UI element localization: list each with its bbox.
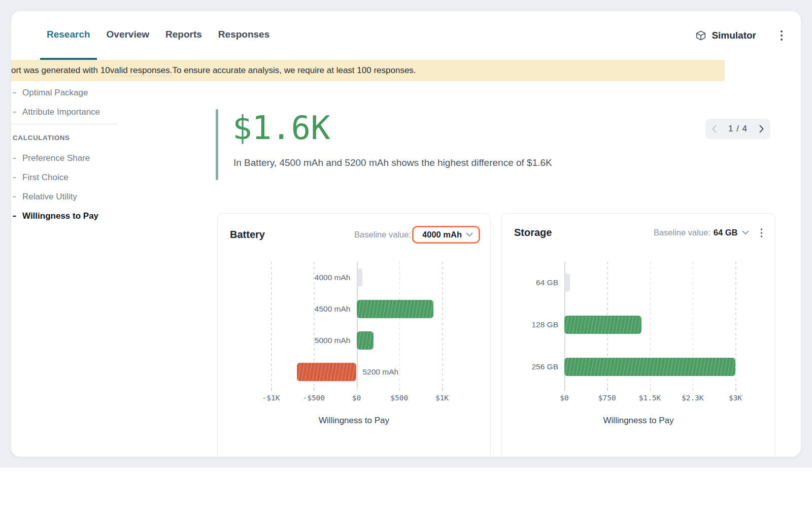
page-background: Research Overview Reports Responses Simu…	[0, 0, 812, 468]
category-label: 64 GB	[536, 278, 558, 288]
sidebar-item-label: First Choice	[22, 173, 69, 183]
cube-icon	[695, 30, 706, 41]
chevron-down-icon	[742, 230, 749, 235]
simulator-button[interactable]: Simulator	[695, 30, 756, 41]
dash-bullet-icon	[13, 112, 16, 113]
axis-tick-mark	[564, 388, 565, 391]
dash-bullet-icon	[13, 196, 16, 198]
page-indicator: 1 / 4	[728, 124, 748, 134]
baseline-control: Baseline value: 64 GB	[654, 226, 765, 240]
category-label: 4000 mAh	[315, 272, 351, 283]
category-label: 256 GB	[531, 362, 558, 372]
dash-bullet-icon	[13, 216, 16, 217]
axis-tick-mark	[442, 388, 443, 391]
overflow-menu-button[interactable]	[777, 27, 786, 44]
axis-tick-mark	[735, 388, 736, 391]
x-axis-label: Willingness to Pay	[502, 416, 775, 426]
banner-text-suffix: To ensure accurate analysis, we require …	[173, 65, 416, 76]
baseline-value: 4000 mAh	[422, 230, 462, 240]
bar-4000-mah	[357, 268, 362, 287]
gridline	[271, 262, 272, 388]
chart-title: Storage	[514, 227, 552, 238]
insight-pagination: 1 / 4	[705, 119, 770, 139]
baseline-value-dropdown[interactable]: 4000 mAh	[412, 226, 480, 244]
battery-bar-chart: -$1K-$500$0$500$1K4000 mAh4500 mAh5000 m…	[271, 262, 442, 388]
card-overflow-menu-button[interactable]	[758, 226, 765, 240]
dash-bullet-icon	[13, 158, 16, 159]
gridline	[442, 262, 443, 388]
sidebar-section-calculations: CALCULATIONS	[11, 126, 129, 149]
axis-tick-mark	[693, 388, 694, 391]
axis-tick-mark	[357, 388, 358, 391]
axis-tick-mark	[314, 388, 315, 391]
dash-bullet-icon	[13, 92, 16, 94]
axis-tick-label: $3K	[729, 394, 742, 402]
warning-banner: ort was generated with 10 valid response…	[11, 60, 725, 81]
sidebar-item-optimal-package[interactable]: Optimal Package	[11, 83, 129, 103]
tab-research[interactable]: Research	[40, 11, 97, 60]
prev-page-button[interactable]	[712, 125, 717, 133]
insight-accent-bar	[216, 109, 218, 180]
baseline-label: Baseline value:	[354, 230, 411, 240]
sidebar-item-label: Relative Utility	[22, 192, 77, 202]
bar-256-gb	[564, 358, 735, 376]
baseline-value-dropdown[interactable]: 64 GB	[710, 228, 749, 237]
tab-reports[interactable]: Reports	[159, 11, 209, 60]
sidebar-item-willingness-to-pay[interactable]: Willingness to Pay	[11, 207, 129, 226]
axis-tick-mark	[650, 388, 651, 391]
axis-tick-mark	[399, 388, 400, 391]
insight-description: In Battery, 4500 mAh and 5200 mAh shows …	[233, 157, 552, 168]
axis-tick-label: $750	[598, 394, 616, 402]
battery-card-header: Battery Baseline value: 4000 mAh	[218, 214, 490, 244]
storage-bar-chart: $0$750$1.5K$2.3K$3K64 GB128 GB256 GB	[564, 262, 735, 388]
storage-card-header: Storage Baseline value: 64 GB	[502, 214, 775, 240]
sidebar-item-preference-share[interactable]: Preference Share	[11, 149, 129, 168]
sidebar-item-first-choice[interactable]: First Choice	[11, 168, 129, 187]
bar-128-gb	[564, 316, 641, 334]
banner-text-prefix: ort was generated with 10	[11, 65, 110, 76]
report-sidebar: Optimal Package Attribute Importance CAL…	[11, 83, 129, 226]
tab-overview[interactable]: Overview	[100, 11, 156, 60]
baseline-label: Baseline value:	[654, 228, 710, 237]
bar-4500-mah	[357, 300, 434, 318]
category-label: 5000 mAh	[315, 335, 351, 346]
sidebar-item-attribute-importance[interactable]: Attribute Importance	[11, 103, 129, 122]
sidebar-item-label: Attribute Importance	[22, 107, 100, 117]
axis-tick-label: $0	[560, 394, 568, 402]
topbar-right: Simulator	[695, 11, 786, 60]
category-label: 5200 mAh	[363, 367, 399, 377]
bar-5200-mah	[297, 363, 357, 381]
category-label: 4500 mAh	[315, 304, 351, 314]
axis-tick-label: $0	[352, 394, 361, 402]
simulator-label: Simulator	[712, 30, 756, 41]
category-label: 128 GB	[531, 320, 558, 330]
sidebar-item-label: Willingness to Pay	[22, 211, 98, 221]
sidebar-item-label: Preference Share	[22, 153, 90, 163]
valid-responses-link[interactable]: valid responses.	[110, 65, 173, 76]
x-axis-label: Willingness to Pay	[218, 416, 490, 426]
top-navigation: Research Overview Reports Responses Simu…	[11, 11, 801, 60]
axis-tick-label: -$1K	[262, 394, 280, 402]
insight-value: $1.6K	[232, 112, 330, 144]
axis-tick-label: $2.3K	[682, 394, 704, 402]
axis-tick-label: $500	[390, 394, 408, 402]
sidebar-item-relative-utility[interactable]: Relative Utility	[11, 187, 129, 207]
bar-64-gb	[565, 274, 570, 292]
dash-bullet-icon	[13, 177, 16, 179]
sidebar-item-label: Optimal Package	[22, 88, 88, 98]
chart-title: Battery	[230, 229, 265, 241]
battery-chart-card: Battery Baseline value: 4000 mAh -$1K-$5…	[217, 213, 491, 457]
next-page-button[interactable]	[759, 125, 764, 133]
gridline	[399, 262, 400, 388]
sidebar-divider	[11, 124, 118, 124]
baseline-value: 64 GB	[714, 228, 738, 237]
axis-tick-mark	[607, 388, 608, 391]
axis-tick-label: -$500	[302, 394, 325, 402]
app-window: Research Overview Reports Responses Simu…	[11, 11, 801, 457]
axis-tick-label: $1.5K	[639, 394, 661, 402]
gridline	[735, 262, 736, 388]
chevron-down-icon	[466, 232, 473, 237]
axis-tick-mark	[271, 388, 272, 391]
tab-responses[interactable]: Responses	[212, 11, 276, 60]
bar-5000-mah	[357, 331, 374, 350]
